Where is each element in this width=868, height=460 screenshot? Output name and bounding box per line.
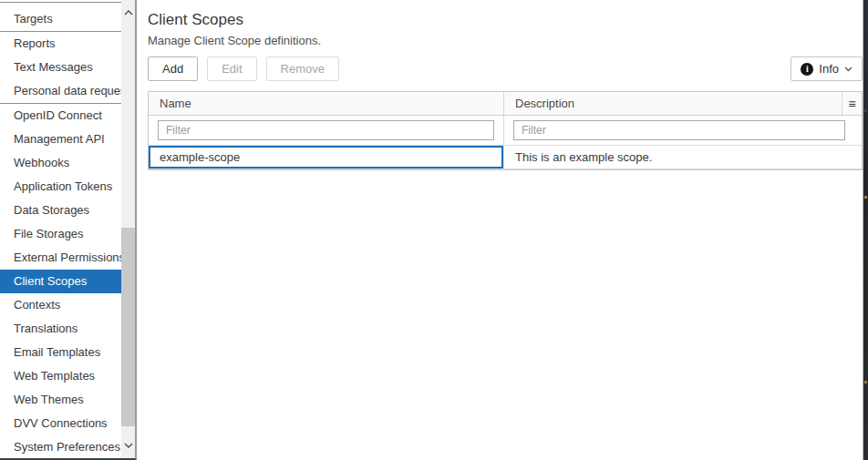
row-description-cell[interactable]: This is an example scope. [504, 146, 862, 169]
remove-button[interactable]: Remove [266, 56, 339, 81]
scroll-up-icon[interactable] [121, 5, 135, 20]
sidebar-item-reports[interactable]: Reports [0, 32, 121, 56]
sidebar-item-client-scopes[interactable]: Client Scopes [0, 270, 121, 293]
sidebar-item-text-messages[interactable]: Text Messages [0, 56, 121, 79]
add-button[interactable]: Add [148, 56, 198, 81]
screen-edge-strip [863, 0, 868, 460]
sidebar-item-web-themes[interactable]: Web Themes [0, 388, 121, 412]
info-dropdown-button[interactable]: i Info [790, 56, 863, 81]
page-subtitle: Manage Client Scope definitions. [148, 34, 863, 47]
description-filter-cell [504, 116, 862, 145]
main-content: Client Scopes Manage Client Scope defini… [137, 0, 863, 460]
table-row: example-scope This is an example scope. [149, 146, 862, 169]
sidebar-item-file-storages[interactable]: File Storages [0, 222, 121, 246]
sidebar-item-contexts[interactable]: Contexts [0, 293, 121, 317]
sidebar-item-management-api[interactable]: Management API [0, 128, 121, 151]
edge-artifact [864, 109, 867, 112]
edit-button[interactable]: Edit [207, 56, 256, 81]
toolbar: Add Edit Remove i Info [148, 56, 863, 81]
table-filter-row [149, 116, 862, 146]
sidebar-item-targets[interactable]: Targets [0, 7, 121, 31]
table-header-row: Name Description ≡ [149, 92, 862, 116]
sidebar-item-openid-connect[interactable]: OpenID Connect [0, 104, 121, 128]
info-button-label: Info [819, 62, 839, 76]
page-title: Client Scopes [148, 11, 863, 29]
sidebar-item-application-tokens[interactable]: Application Tokens [0, 175, 121, 199]
sidebar-item-data-storages[interactable]: Data Storages [0, 199, 121, 222]
description-filter-input[interactable] [513, 120, 845, 140]
name-filter-input[interactable] [158, 120, 494, 140]
sidebar-item-translations[interactable]: Translations [0, 317, 121, 341]
edge-artifact [864, 196, 867, 199]
name-filter-cell [149, 116, 504, 145]
info-icon: i [801, 63, 813, 76]
sidebar-nav-list: Targets Reports Text Messages Personal d… [0, 3, 121, 459]
sidebar-item-dvv-connections[interactable]: DVV Connections [0, 412, 121, 435]
sidebar-scrollbar[interactable] [121, 0, 135, 458]
scrollbar-thumb[interactable] [121, 228, 135, 426]
table-menu-icon[interactable]: ≡ [842, 92, 862, 115]
sidebar-item-web-templates[interactable]: Web Templates [0, 364, 121, 388]
client-scopes-table: Name Description ≡ example-scope This is… [148, 91, 863, 170]
row-name-cell[interactable]: example-scope [149, 146, 504, 169]
sidebar: Targets Reports Text Messages Personal d… [0, 0, 137, 460]
sidebar-item-external-permissions[interactable]: External Permissions [0, 246, 121, 270]
sidebar-item-email-templates[interactable]: Email Templates [0, 341, 121, 364]
sidebar-item-system-preferences[interactable]: System Preferences [0, 435, 121, 459]
column-header-description[interactable]: Description [504, 92, 842, 115]
sidebar-item-webhooks[interactable]: Webhooks [0, 151, 121, 175]
edge-artifact [864, 381, 867, 383]
scroll-down-icon[interactable] [121, 438, 135, 453]
chevron-down-icon [844, 66, 852, 72]
sidebar-item-personal-data-requests[interactable]: Personal data reques [0, 79, 121, 103]
column-header-name[interactable]: Name [149, 92, 504, 115]
